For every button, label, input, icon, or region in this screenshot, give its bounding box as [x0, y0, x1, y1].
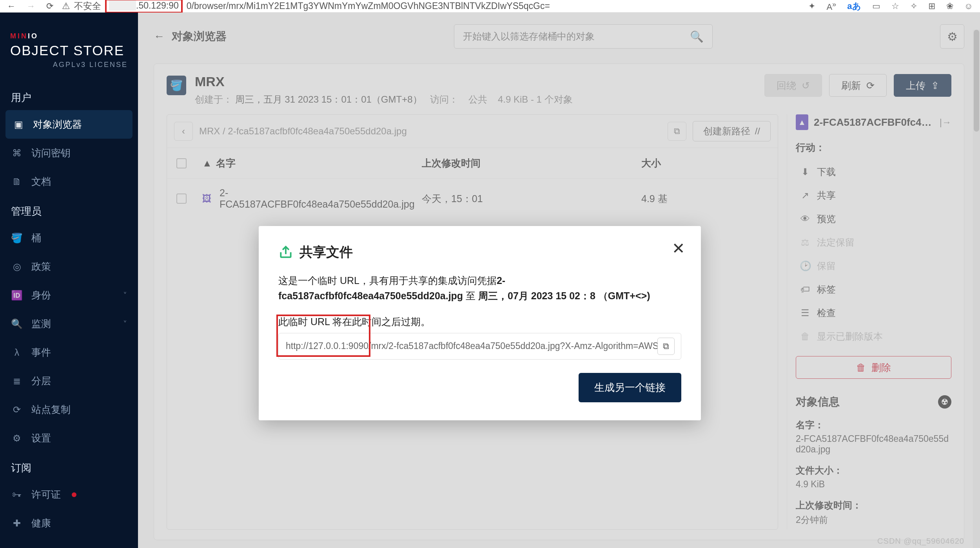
breadcrumb-row: ‹ MRX / 2-fca5187acfbf0fc48ea4a750e55dd2…	[167, 115, 778, 148]
action-retention: 🕑保留	[796, 254, 951, 278]
favorite-icon[interactable]: ☆	[891, 1, 899, 11]
breadcrumb[interactable]: MRX / 2-fca5187acfbf0fc48ea4a750e55dd20a…	[199, 126, 661, 137]
sidebar-item-tiering[interactable]: ≣分层	[0, 367, 138, 395]
collections-icon[interactable]: ✧	[910, 1, 917, 11]
sidebar-item-buckets[interactable]: 🪣桶	[0, 224, 138, 252]
bucket-meta: 创建于： 周三，五月 31 2023 15：01：01（GMT+8） 访问： 公…	[195, 93, 573, 106]
col-size[interactable]: 大小	[641, 157, 720, 170]
sidebar-item-license[interactable]: 🗝许可证	[0, 480, 138, 509]
action-tags[interactable]: 🏷标签	[796, 278, 951, 301]
col-modified[interactable]: 上次修改时间	[422, 157, 641, 170]
action-download[interactable]: ⬇下载	[796, 160, 951, 184]
close-icon[interactable]: ✕	[672, 239, 685, 257]
brand-subtitle: OBJECT STORE	[10, 43, 128, 58]
brand-block: MINIO OBJECT STORE AGPLv3 LICENSE	[0, 13, 138, 82]
translate-icon[interactable]: aあ	[847, 0, 861, 12]
row-checkbox[interactable]	[176, 194, 187, 204]
sidebar-item-policies[interactable]: ◎政策	[0, 252, 138, 281]
identity-icon: 🆔	[11, 290, 23, 301]
sidebar: MINIO OBJECT STORE AGPLv3 LICENSE 用户 ▣ 对…	[0, 13, 138, 548]
col-name[interactable]: 名字	[216, 157, 236, 170]
extensions-icon[interactable]: ⊞	[928, 1, 935, 11]
watermark: CSDN @qq_59604620	[877, 537, 964, 546]
section-admin: 管理员	[0, 196, 138, 224]
crumb-back-button[interactable]: ‹	[174, 122, 193, 141]
image-file-icon: ▲	[796, 114, 808, 130]
browser-chrome: ← → ⟳ ⚠ 不安全 xxxxxx.50.129:900/browser/mr…	[0, 0, 980, 13]
action-inspect[interactable]: ☰检查	[796, 301, 951, 325]
action-deleted-versions: 🗑显示已删除版本	[796, 325, 951, 348]
scrollbar-vertical[interactable]	[973, 30, 980, 548]
bucket-name: MRX	[195, 74, 573, 89]
sidebar-item-label: 文档	[31, 175, 51, 188]
new-path-button[interactable]: 创建新路径//	[693, 121, 771, 141]
detail-filename: 2-FCA5187ACFBF0fc48ea4a...	[814, 116, 934, 128]
sort-icon[interactable]: ▲	[202, 157, 212, 169]
reader-icon[interactable]: ▭	[872, 1, 880, 11]
open-external-icon[interactable]: |→	[940, 117, 951, 128]
actions-label: 行动：	[796, 141, 951, 154]
arrow-left-icon: ←	[154, 30, 165, 43]
share-url-field[interactable]: http://127.0.0.1:9090/mrx/2-fca5187acfbf…	[278, 333, 681, 360]
page-title: 对象浏览器	[172, 29, 227, 44]
gavel-icon: ⚖	[800, 237, 811, 248]
sidebar-item-site-repl[interactable]: ⟳站点复制	[0, 395, 138, 424]
object-browser-icon: ▣	[13, 119, 24, 130]
refresh-button[interactable]: 刷新⟳	[829, 74, 887, 97]
search-box[interactable]: 🔍	[454, 24, 713, 49]
action-preview[interactable]: 👁预览	[796, 207, 951, 231]
insecure-icon: ⚠	[62, 1, 70, 11]
key-icon: ⌘	[11, 148, 23, 159]
refresh-icon: ⟳	[866, 80, 875, 91]
generate-link-button[interactable]: 生成另一个链接	[579, 373, 681, 402]
sidebar-item-monitoring[interactable]: 🔍监测˅	[0, 309, 138, 338]
policy-icon: ◎	[11, 261, 23, 272]
upload-button[interactable]: 上传⇪	[894, 74, 951, 97]
settings-button[interactable]: ⚙	[940, 24, 964, 49]
sidebar-item-events[interactable]: λ事件	[0, 338, 138, 367]
inspect-icon: ☰	[800, 307, 811, 318]
sidebar-item-access-keys[interactable]: ⌘ 访问密钥	[0, 139, 138, 167]
search-input[interactable]	[463, 31, 690, 42]
modal-title: 共享文件	[299, 243, 353, 261]
magic-icon[interactable]: ✦	[808, 1, 815, 11]
health-icon: ✚	[11, 518, 23, 529]
sidebar-item-object-browser[interactable]: ▣ 对象浏览器	[5, 110, 132, 139]
share-file-modal: 共享文件 ✕ 这是一个临时 URL，具有用于共享的集成访问凭据2-fca5187…	[259, 226, 701, 420]
url-rest[interactable]: 0/browser/mrx/Mi1mY2E1MTg3YWNmYmYwZmM0OG…	[187, 1, 550, 11]
share-url-text[interactable]: http://127.0.0.1:9090/mrx/2-fca5187acfbf…	[279, 341, 657, 351]
nav-back-icon[interactable]: ←	[7, 1, 16, 11]
tiering-icon: ≣	[11, 376, 23, 387]
crumb-copy-button[interactable]: ⧉	[668, 122, 686, 141]
bucket-icon: 🪣	[11, 233, 23, 244]
share-icon: ↗	[800, 190, 811, 201]
bucket-header: 🪣 MRX 创建于： 周三，五月 31 2023 15：01：01（GMT+8）…	[167, 74, 951, 106]
rewind-icon: ↺	[802, 80, 810, 91]
action-share[interactable]: ↗共享	[796, 184, 951, 207]
rewind-button: 回绕↺	[764, 74, 822, 97]
sidebar-item-health[interactable]: ✚健康	[0, 509, 138, 537]
select-all-checkbox[interactable]	[176, 158, 187, 168]
delete-button[interactable]: 🗑删除	[796, 356, 951, 379]
gear-icon: ⚙	[947, 30, 958, 43]
puzzle-icon[interactable]: ❀	[946, 1, 953, 11]
action-legal-hold: ⚖法定保留	[796, 231, 951, 254]
text-size-icon[interactable]: A»	[826, 0, 836, 12]
sidebar-item-docs[interactable]: 🗎 文档	[0, 167, 138, 196]
monitor-icon: 🔍	[11, 318, 23, 329]
scrollbar-thumb[interactable]	[974, 30, 979, 132]
copy-url-button[interactable]: ⧉	[657, 338, 675, 355]
sidebar-item-settings[interactable]: ⚙设置	[0, 424, 138, 452]
page-back-header[interactable]: ← 对象浏览器	[154, 29, 227, 44]
diagnostics-icon[interactable]: ☢	[938, 395, 951, 409]
nav-forward-icon[interactable]: →	[27, 1, 35, 11]
search-icon[interactable]: 🔍	[690, 30, 704, 43]
info-size-block: 文件大小： 4.9 KiB	[796, 464, 951, 490]
section-user: 用户	[0, 82, 138, 110]
sidebar-item-identity[interactable]: 🆔身份˅	[0, 281, 138, 309]
trash-icon: 🗑	[856, 362, 866, 373]
share-icon	[278, 245, 293, 260]
profile-icon[interactable]: ☺	[964, 1, 973, 11]
nav-reload-icon[interactable]: ⟳	[46, 1, 53, 11]
table-row[interactable]: 🖼2-FCA5187ACFBF0fc48ea4a750e55dd20a.jpg …	[167, 179, 778, 219]
